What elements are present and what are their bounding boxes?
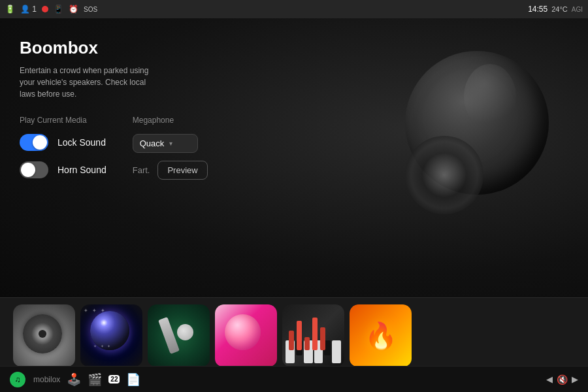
menu-time: 14:55 xyxy=(528,5,547,14)
taskbar: ♫ mobilox 🕹️ 🎬 22 📄 ◀ 🔇 ▶ xyxy=(0,366,588,392)
app-tile-colorizer-image xyxy=(148,304,210,367)
boombox-panel: Boombox Entertain a crowd when parked us… xyxy=(0,18,588,297)
agi-label: AGI xyxy=(572,6,583,13)
lock-sound-label: Lock Sound xyxy=(57,137,106,148)
record-indicator xyxy=(42,3,48,15)
boombox-description: Entertain a crowd when parked using your… xyxy=(20,65,163,100)
phone-icon: 📱 xyxy=(54,5,63,14)
app-tile-trax-image xyxy=(282,304,344,367)
file-icon[interactable]: 📄 xyxy=(126,372,140,387)
app-tile-lightshow-image xyxy=(80,304,142,367)
sos-label: SOS xyxy=(84,6,97,13)
horn-sound-toggle[interactable] xyxy=(20,161,48,178)
flame-icon: 🔥 xyxy=(365,321,397,351)
lock-sound-knob xyxy=(33,135,47,150)
taskbar-left: ♫ mobilox 🕹️ 🎬 22 📄 xyxy=(10,372,140,387)
horn-sound-row: Horn Sound xyxy=(20,161,106,178)
menu-bar-left: 🔋 👤 1 📱 ⏰ SOS xyxy=(5,3,97,15)
menu-temp: 24°C xyxy=(551,5,568,13)
clapperboard-icon[interactable]: 🎬 xyxy=(88,372,102,387)
app-tile-boombox-image xyxy=(13,304,75,367)
piano-key-6 xyxy=(332,340,341,363)
app-tile-emissions-image xyxy=(215,304,277,367)
boombox-content: Boombox Entertain a crowd when parked us… xyxy=(0,18,588,202)
megaphone-label: Megaphone xyxy=(133,116,208,125)
menu-bar-right: 14:55 24°C AGI xyxy=(528,5,583,14)
dropdown-row: Quack ▾ xyxy=(133,134,208,153)
lock-sound-row: Lock Sound xyxy=(20,134,106,151)
battery-icon: 🔋 xyxy=(5,5,15,14)
app-tile-romance-image: 🔥 xyxy=(350,304,412,367)
menu-bar: 🔋 👤 1 📱 ⏰ SOS 14:55 24°C AGI xyxy=(0,0,588,18)
horn-sound-label: Horn Sound xyxy=(57,165,106,175)
spotify-icon[interactable]: ♫ xyxy=(10,372,25,387)
dropdown-arrow-icon: ▾ xyxy=(169,140,172,147)
boombox-title: Boombox xyxy=(20,38,568,58)
left-controls: Play Current Media Lock Sound Horn So xyxy=(20,116,106,189)
dropdown-value: Quack xyxy=(140,139,165,148)
volume-icon[interactable]: 🔇 xyxy=(557,374,568,385)
horn-sound-knob xyxy=(21,163,35,177)
person-icon: 👤 1 xyxy=(20,5,37,14)
right-controls: Megaphone Quack ▾ Fart. Preview xyxy=(133,116,208,180)
play-media-label: Play Current Media xyxy=(20,116,106,125)
lock-sound-toggle[interactable] xyxy=(20,134,48,151)
prev-icon[interactable]: ◀ xyxy=(546,374,553,384)
pink-ball xyxy=(225,314,261,350)
taskbar-right: ◀ 🔇 ▶ xyxy=(546,374,578,385)
preview-button[interactable]: Preview xyxy=(157,161,207,180)
calendar-icon[interactable]: 22 xyxy=(108,375,120,384)
disco-specks xyxy=(80,304,142,367)
joystick-icon[interactable]: 🕹️ xyxy=(67,372,81,387)
clock-icon: ⏰ xyxy=(69,5,78,14)
main-content: ⚡ ↻ 🔍 Boombox Entertain a crowd when par… xyxy=(0,18,588,392)
next-icon[interactable]: ▶ xyxy=(572,374,578,384)
fart-label: Fart. xyxy=(133,165,150,175)
mobilox-label: mobilox xyxy=(33,375,60,384)
sound-dropdown[interactable]: Quack ▾ xyxy=(133,134,198,153)
fart-row: Fart. Preview xyxy=(133,161,208,180)
controls-area: Play Current Media Lock Sound Horn So xyxy=(20,116,568,189)
